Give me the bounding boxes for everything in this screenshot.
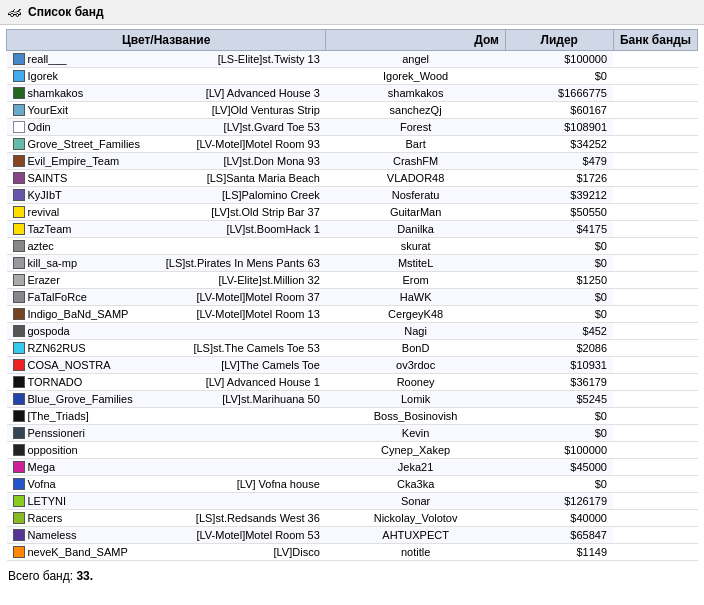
cell-home: [LV]st.Don Mona 93 (146, 153, 326, 170)
table-row: oppositionCynep_Xakep$100000 (7, 442, 698, 459)
gang-name: Penssioneri (28, 427, 85, 439)
cell-bank: $5245 (505, 391, 613, 408)
cell-bank: $50550 (505, 204, 613, 221)
cell-name: Igorek (7, 68, 147, 84)
cell-name: aztec (7, 238, 147, 254)
cell-name: Evil_Empire_Team (7, 153, 147, 169)
window-header: 🏎 Список банд (0, 0, 704, 25)
col-header-name: Цвет/Название (7, 30, 326, 51)
cell-name: Odin (7, 119, 147, 135)
cell-name: YourExit (7, 102, 147, 118)
gang-color-box (13, 155, 25, 167)
footer: Всего банд: 33. (0, 565, 704, 587)
gang-name: Evil_Empire_Team (28, 155, 120, 167)
gangs-table: Цвет/Название Дом Лидер Банк банды reall… (6, 29, 698, 561)
cell-leader: HaWK (326, 289, 506, 306)
gang-color-box (13, 461, 25, 473)
cell-leader: Igorek_Wood (326, 68, 506, 85)
cell-home (146, 323, 326, 340)
cell-leader: shamkakos (326, 85, 506, 102)
footer-label: Всего банд: (8, 569, 73, 583)
gang-name: Odin (28, 121, 51, 133)
cell-name: Racers (7, 510, 147, 526)
gang-color-box (13, 546, 25, 558)
gang-name: Igorek (28, 70, 59, 82)
cell-name: gospoda (7, 323, 147, 339)
cell-home: [LS]st.Redsands West 36 (146, 510, 326, 527)
cell-leader: Nosferatu (326, 187, 506, 204)
cell-name: KyJIbT (7, 187, 147, 203)
cell-bank: $60167 (505, 102, 613, 119)
cell-home (146, 459, 326, 476)
window-title: Список банд (28, 5, 104, 19)
cell-name: RZN62RUS (7, 340, 147, 356)
cell-leader: MstiteL (326, 255, 506, 272)
gang-color-box (13, 393, 25, 405)
gang-name: Nameless (28, 529, 77, 541)
cell-name: LETYNI (7, 493, 147, 509)
cell-bank: $0 (505, 289, 613, 306)
gang-color-box (13, 512, 25, 524)
table-row: IgorekIgorek_Wood$0 (7, 68, 698, 85)
cell-leader: Sonar (326, 493, 506, 510)
cell-bank: $1149 (505, 544, 613, 561)
gang-name: Mega (28, 461, 56, 473)
cell-bank: $126179 (505, 493, 613, 510)
cell-home: [LV] Vofna house (146, 476, 326, 493)
cell-leader: Bart (326, 136, 506, 153)
gang-color-box (13, 240, 25, 252)
table-row: Vofna[LV] Vofna houseCka3ka$0 (7, 476, 698, 493)
gang-color-box (13, 206, 25, 218)
cell-home (146, 408, 326, 425)
cell-bank: $1250 (505, 272, 613, 289)
table-row: Erazer[LV-Elite]st.Million 32Erom$1250 (7, 272, 698, 289)
gang-name: Indigo_BaNd_SAMP (28, 308, 129, 320)
table-body: reall___[LS-Elite]st.Twisty 13angel$1000… (7, 51, 698, 561)
cell-bank: $0 (505, 238, 613, 255)
cell-bank: $0 (505, 255, 613, 272)
cell-home (146, 442, 326, 459)
table-row: TazTeam[LV]st.BoomHack 1Danilka$4175 (7, 221, 698, 238)
gang-color-box (13, 427, 25, 439)
gang-color-box (13, 478, 25, 490)
cell-home: [LV]st.Marihuana 50 (146, 391, 326, 408)
cell-home: [LS-Elite]st.Twisty 13 (146, 51, 326, 68)
cell-name: Indigo_BaNd_SAMP (7, 306, 147, 322)
cell-leader: CergeyK48 (326, 306, 506, 323)
cell-leader: ov3rdoc (326, 357, 506, 374)
gang-color-box (13, 342, 25, 354)
table-row: Odin[LV]st.Gvard Toe 53Forest$108901 (7, 119, 698, 136)
cell-home: [LV-Motel]Motel Room 53 (146, 527, 326, 544)
gang-name: KyJIbT (28, 189, 62, 201)
gang-name: SAINTS (28, 172, 68, 184)
cell-home: [LV]st.Old Strip Bar 37 (146, 204, 326, 221)
gang-color-box (13, 257, 25, 269)
cell-leader: Nickolay_Volotov (326, 510, 506, 527)
cell-home: [LS]st.Pirates In Mens Pants 63 (146, 255, 326, 272)
cell-bank: $36179 (505, 374, 613, 391)
table-row: neveK_Band_SAMP[LV]Disconotitle$1149 (7, 544, 698, 561)
cell-name: Erazer (7, 272, 147, 288)
gang-color-box (13, 223, 25, 235)
cell-leader: Danilka (326, 221, 506, 238)
cell-name: [The_Triads] (7, 408, 147, 424)
footer-count: 33. (76, 569, 93, 583)
table-row: MegaJeka21$45000 (7, 459, 698, 476)
gang-name: kill_sa-mp (28, 257, 78, 269)
gang-name: COSA_NOSTRA (28, 359, 111, 371)
table-row: YourExit[LV]Old Venturas StripsanchezQj$… (7, 102, 698, 119)
cell-name: reall___ (7, 51, 147, 67)
gang-color-box (13, 87, 25, 99)
cell-name: SAINTS (7, 170, 147, 186)
table-header-row: Цвет/Название Дом Лидер Банк банды (7, 30, 698, 51)
cell-name: Penssioneri (7, 425, 147, 441)
table-row: Evil_Empire_Team[LV]st.Don Mona 93CrashF… (7, 153, 698, 170)
table-row: kill_sa-mp[LS]st.Pirates In Mens Pants 6… (7, 255, 698, 272)
gang-name: Vofna (28, 478, 56, 490)
cell-leader: CrashFM (326, 153, 506, 170)
cell-name: Grove_Street_Families (7, 136, 147, 152)
cell-home: [LV] Advanced House 3 (146, 85, 326, 102)
cell-home (146, 493, 326, 510)
cell-home: [LV]st.Gvard Toe 53 (146, 119, 326, 136)
gang-color-box (13, 70, 25, 82)
